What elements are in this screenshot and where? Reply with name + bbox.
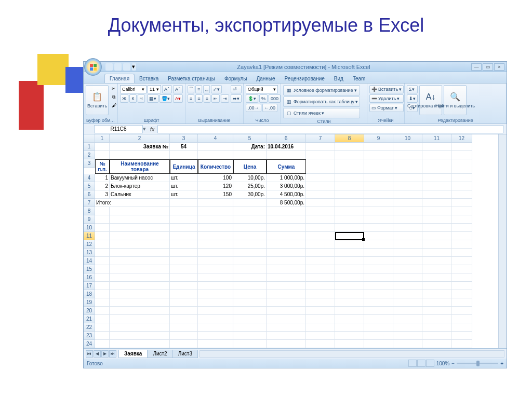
cell[interactable]	[451, 315, 472, 323]
cell[interactable]	[393, 273, 422, 282]
cell[interactable]	[170, 273, 198, 282]
cell[interactable]	[451, 159, 472, 174]
sheet-nav-last[interactable]: ⏭	[109, 350, 116, 358]
cell[interactable]	[364, 240, 393, 249]
cell[interactable]	[422, 315, 451, 323]
cell[interactable]	[95, 257, 110, 265]
sheet-nav-prev[interactable]: ◀	[94, 350, 101, 358]
row-header[interactable]: 16	[84, 273, 95, 282]
cell[interactable]	[198, 323, 233, 332]
cell[interactable]	[198, 199, 233, 207]
cell[interactable]: Сумма	[267, 159, 306, 174]
col-header[interactable]: 6	[267, 134, 306, 143]
cell[interactable]	[198, 224, 233, 232]
cell[interactable]	[335, 232, 364, 240]
align-left-button[interactable]: ≡	[188, 94, 194, 103]
sheet-nav-first[interactable]: ⏮	[86, 350, 93, 358]
cell[interactable]	[422, 257, 451, 265]
cell[interactable]: 30,00р.	[233, 190, 267, 199]
cell[interactable]	[364, 257, 393, 265]
cell[interactable]	[110, 298, 170, 307]
view-layout-button[interactable]	[417, 360, 425, 367]
cell[interactable]	[364, 340, 393, 348]
cell[interactable]	[110, 290, 170, 298]
cell[interactable]	[451, 215, 472, 224]
cell[interactable]	[451, 190, 472, 199]
row-header[interactable]: 19	[84, 298, 95, 307]
col-header[interactable]: 5	[233, 134, 267, 143]
number-format-select[interactable]: Общий▾	[246, 85, 278, 93]
cell[interactable]	[393, 159, 422, 174]
row-header[interactable]: 14	[84, 257, 95, 265]
cell[interactable]	[306, 315, 335, 323]
align-top-button[interactable]: ⎴	[188, 85, 194, 93]
cell[interactable]	[422, 224, 451, 232]
cell[interactable]	[364, 190, 393, 199]
cell[interactable]	[198, 290, 233, 298]
cell[interactable]	[335, 224, 364, 232]
cell[interactable]	[306, 174, 335, 182]
cell[interactable]	[267, 207, 306, 215]
orientation-button[interactable]: ⤢▾	[211, 85, 222, 93]
minimize-button[interactable]: —	[471, 63, 482, 71]
row-header[interactable]: 18	[84, 290, 95, 298]
cell[interactable]	[364, 199, 393, 207]
cell[interactable]	[393, 182, 422, 190]
cell[interactable]	[306, 273, 335, 282]
cell[interactable]	[422, 190, 451, 199]
cell[interactable]	[110, 340, 170, 348]
cell[interactable]	[198, 151, 233, 159]
cell[interactable]	[451, 340, 472, 348]
cell[interactable]: Вакуумный насос	[110, 174, 170, 182]
cell[interactable]: 4 500,00р.	[267, 190, 306, 199]
underline-button[interactable]: Ч	[138, 94, 145, 103]
cell[interactable]	[364, 159, 393, 174]
cell[interactable]: шт.	[170, 182, 198, 190]
cell[interactable]	[170, 323, 198, 332]
indent-dec-button[interactable]: ⇤	[211, 94, 220, 103]
fill-color-button[interactable]: 🪣▾	[159, 94, 172, 103]
cell[interactable]: 1 000,00р.	[267, 174, 306, 182]
cell[interactable]	[110, 273, 170, 282]
cell[interactable]	[451, 174, 472, 182]
cell[interactable]	[335, 249, 364, 257]
row-header[interactable]: 13	[84, 249, 95, 257]
spreadsheet-grid[interactable]: 123456789101112 1Заявка №54Дата:10.04.20…	[84, 134, 507, 348]
cell[interactable]: шт.	[170, 174, 198, 182]
cell[interactable]	[95, 215, 110, 224]
paste-button[interactable]: 📋Вставить	[86, 85, 109, 115]
cell[interactable]	[306, 182, 335, 190]
comma-button[interactable]: 000	[269, 94, 281, 103]
cell[interactable]	[110, 257, 170, 265]
cell[interactable]	[422, 282, 451, 290]
cell[interactable]	[393, 282, 422, 290]
row-header[interactable]: 24	[84, 340, 95, 348]
formula-input[interactable]	[157, 125, 503, 133]
cell[interactable]	[170, 199, 198, 207]
cell[interactable]: Наименование товара	[110, 159, 170, 174]
cell[interactable]	[198, 340, 233, 348]
cell[interactable]	[95, 265, 110, 273]
cell[interactable]	[267, 315, 306, 323]
cell[interactable]	[198, 215, 233, 224]
cell[interactable]	[233, 215, 267, 224]
cell[interactable]	[233, 240, 267, 249]
col-header[interactable]: 8	[335, 134, 364, 143]
cell[interactable]	[198, 315, 233, 323]
cell[interactable]	[170, 207, 198, 215]
cell[interactable]: шт.	[170, 190, 198, 199]
cell[interactable]	[233, 265, 267, 273]
cell[interactable]	[422, 273, 451, 282]
cell[interactable]	[233, 298, 267, 307]
font-color-button[interactable]: A▾	[173, 94, 183, 103]
cell[interactable]	[170, 232, 198, 240]
cell[interactable]	[393, 323, 422, 332]
cell[interactable]: 25,00р.	[233, 182, 267, 190]
row-header[interactable]: 12	[84, 240, 95, 249]
cell[interactable]	[422, 174, 451, 182]
cell[interactable]	[393, 298, 422, 307]
cell[interactable]	[306, 215, 335, 224]
cell[interactable]	[422, 232, 451, 240]
zoom-slider[interactable]	[457, 363, 498, 364]
delete-cells-button[interactable]: ➖Удалить▾	[369, 94, 404, 103]
